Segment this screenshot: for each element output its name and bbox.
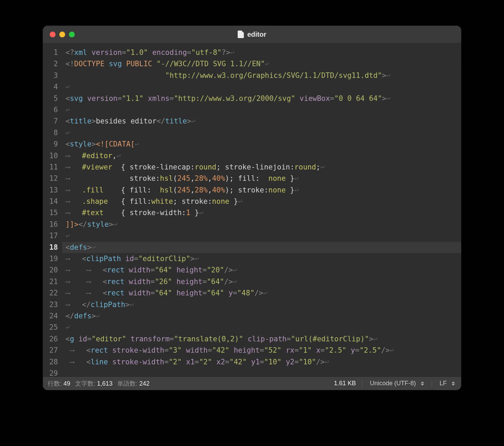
line-number[interactable]: 1 <box>43 47 58 58</box>
document-icon <box>238 31 244 38</box>
lines-value: 49 <box>63 380 70 387</box>
code-line[interactable]: ↩ <box>65 322 461 333</box>
code-line[interactable]: ⟶ stroke:hsl(245,28%,40%); fill: none }↩ <box>65 173 461 184</box>
line-number[interactable]: 2 <box>43 58 58 70</box>
code-line[interactable]: ⟶<line stroke-width="2" x1="2" x2="42" y… <box>65 356 461 368</box>
line-number-gutter[interactable]: 1234567891011121314151617181920212223242… <box>43 43 62 376</box>
code-line[interactable]: ⟶<rect stroke-width="3" width="42" heigh… <box>65 345 461 356</box>
encoding-label: Unicode (UTF-8) <box>370 380 416 387</box>
line-number[interactable]: 24 <box>43 310 58 322</box>
line-number[interactable]: 4 <box>43 81 58 93</box>
stat-words: 単語数: 242 <box>117 379 149 388</box>
separator <box>362 379 362 388</box>
line-number[interactable]: 28 <box>43 356 58 368</box>
code-line[interactable]: ↩ <box>65 230 461 242</box>
window-title: editor <box>238 31 266 38</box>
line-number[interactable]: 15 <box>43 207 58 219</box>
code-line[interactable]: ⟶.shape { fill:white; stroke:none }↩ <box>65 196 461 207</box>
line-number[interactable]: 17 <box>43 230 58 242</box>
code-line[interactable]: ⟶ ⟶<rect width="26" height="64"/>↩ <box>65 276 461 287</box>
line-number[interactable]: 26 <box>43 333 58 345</box>
stat-lines: 行数: 49 <box>48 379 70 388</box>
line-number[interactable]: 7 <box>43 116 58 127</box>
code-line[interactable]: <svg version="1.1" xmlns="http://www.w3.… <box>65 93 461 104</box>
lines-label: 行数: <box>48 380 62 387</box>
chars-value: 1,613 <box>97 380 112 387</box>
titlebar[interactable]: editor <box>43 26 461 43</box>
code-line[interactable]: <defs>↩ <box>62 242 461 253</box>
line-number[interactable]: 5 <box>43 93 58 104</box>
line-number[interactable]: 25 <box>43 322 58 333</box>
code-line[interactable]: </defs>↩ <box>65 310 461 322</box>
chars-label: 文字数: <box>75 380 95 387</box>
code-line[interactable]: ⟶<clipPath id="editorClip">↩ <box>65 253 461 265</box>
code-line[interactable]: ↩ <box>65 81 461 93</box>
code-line[interactable]: ⟶#viewer { stroke-linecap:round; stroke-… <box>65 162 461 173</box>
line-number[interactable]: 23 <box>43 299 58 310</box>
code-line[interactable]: ↩ <box>65 104 461 116</box>
code-line[interactable]: ]]></style>↩ <box>65 219 461 230</box>
line-number[interactable]: 11 <box>43 162 58 173</box>
statusbar: 行数: 49 文字数: 1,613 単語数: 242 1.61 KB Unico… <box>43 376 461 390</box>
line-number[interactable]: 27 <box>43 345 58 356</box>
code-line[interactable]: <title>besides editor</title>↩ <box>65 116 461 127</box>
window-title-text: editor <box>247 31 266 38</box>
line-number[interactable]: 14 <box>43 196 58 207</box>
code-line[interactable]: ⟶#text { stroke-width:1 }↩ <box>65 207 461 219</box>
editor-area[interactable]: 1234567891011121314151617181920212223242… <box>43 43 461 376</box>
words-value: 242 <box>139 380 149 387</box>
code-line[interactable]: ⟶ ⟶<rect width="64" height="64" y="48"/>… <box>65 287 461 299</box>
line-number[interactable]: 20 <box>43 265 58 276</box>
words-label: 単語数: <box>117 380 137 387</box>
line-number[interactable]: 21 <box>43 276 58 287</box>
line-number[interactable]: 22 <box>43 287 58 299</box>
line-number[interactable]: 13 <box>43 185 58 196</box>
line-number[interactable]: 3 <box>43 70 58 81</box>
code-line[interactable]: ⟶</clipPath>↩ <box>65 299 461 310</box>
stat-chars: 文字数: 1,613 <box>75 379 112 388</box>
close-button[interactable] <box>50 32 56 37</box>
chevron-updown-icon <box>421 382 424 386</box>
line-ending-dropdown[interactable]: LF <box>438 380 456 387</box>
line-number[interactable]: 12 <box>43 173 58 184</box>
code-line[interactable]: ⟶ ⟶<rect width="64" height="20"/>↩ <box>65 265 461 276</box>
line-number[interactable]: 10 <box>43 150 58 162</box>
encoding-dropdown[interactable]: Unicode (UTF-8) <box>369 380 425 387</box>
line-number[interactable]: 19 <box>43 253 58 265</box>
line-number[interactable]: 18 <box>43 242 58 253</box>
line-number[interactable]: 29 <box>43 368 58 379</box>
traffic-lights <box>50 32 75 37</box>
filesize: 1.61 KB <box>334 380 356 387</box>
chevron-updown-icon <box>452 382 455 386</box>
line-number[interactable]: 6 <box>43 104 58 116</box>
code-line[interactable]: <g id="editor" transform="translate(0,2)… <box>65 333 461 345</box>
minimize-button[interactable] <box>59 32 65 37</box>
code-line[interactable]: <style><![CDATA[↩ <box>65 139 461 150</box>
code-content[interactable]: <?xml version="1.0" encoding="utf-8"?>↩<… <box>62 43 461 376</box>
editor-window: editor 123456789101112131415161718192021… <box>43 26 461 390</box>
line-number[interactable]: 9 <box>43 139 58 150</box>
separator <box>432 379 432 388</box>
code-line[interactable]: <?xml version="1.0" encoding="utf-8"?>↩ <box>65 47 461 58</box>
code-line[interactable]: ⟶#editor,↩ <box>65 150 461 162</box>
code-line[interactable]: ⟶.fill { fill: hsl(245,28%,40%); stroke:… <box>65 185 461 196</box>
code-line[interactable] <box>65 368 461 376</box>
line-ending-label: LF <box>440 380 447 387</box>
line-number[interactable]: 16 <box>43 219 58 230</box>
line-number[interactable]: 8 <box>43 127 58 139</box>
zoom-button[interactable] <box>69 32 75 37</box>
code-line[interactable]: "http://www.w3.org/Graphics/SVG/1.1/DTD/… <box>65 70 461 81</box>
code-line[interactable]: <!DOCTYPE svg PUBLIC "-//W3C//DTD SVG 1.… <box>65 58 461 70</box>
code-line[interactable]: ↩ <box>65 127 461 139</box>
